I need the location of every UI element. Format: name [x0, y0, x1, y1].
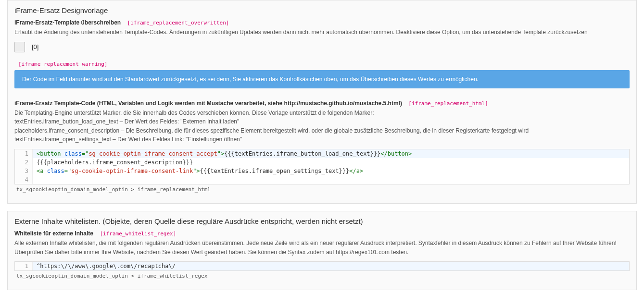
code-token: </button>	[380, 150, 412, 157]
field-overwrite-label: iFrame-Ersatz-Template überschreiben	[14, 19, 121, 26]
field-breadcrumb: tx_sgcookieoptin_domain_model_optin > if…	[16, 186, 630, 193]
line-number: 2	[15, 158, 33, 167]
line-number: 1	[15, 149, 33, 158]
line-number: 1	[15, 262, 33, 270]
section-title: Externe Inhalte whitelisten. (Objekte, d…	[14, 217, 630, 225]
warning-box: Der Code im Feld darunter wird auf den S…	[14, 70, 630, 88]
section-iframe-replacement: iFrame-Ersatz Designvorlage iFrame-Ersat…	[7, 0, 637, 204]
field-whitelist-label: Whiteliste für externe Inhalte	[14, 230, 93, 237]
editor-line[interactable]: 3 <a class="sg-cookie-optin-iframe-conse…	[15, 167, 629, 175]
field-overwrite: iFrame-Ersatz-Template überschreiben [if…	[14, 19, 630, 52]
code-token: ^https:\/\/www\.google\.com\/recaptcha\/	[37, 263, 176, 269]
overwrite-checkbox-value: [0]	[32, 43, 38, 50]
field-whitelist-help: Alle externen Inhalte whitelisten, die m…	[14, 239, 630, 257]
editor-line[interactable]: 1 <button class="sg-cookie-optin-iframe-…	[15, 149, 629, 158]
whitelist-code-editor[interactable]: 1 ^https:\/\/www\.google\.com\/recaptcha…	[14, 261, 630, 271]
code-token: ="	[82, 150, 88, 157]
help-line: textEntries.iframe_button_load_one_text …	[14, 118, 239, 125]
line-number: 3	[15, 167, 33, 175]
template-code-editor[interactable]: 1 <button class="sg-cookie-optin-iframe-…	[14, 149, 630, 184]
field-whitelist-regex: Whiteliste für externe Inhalte [iframe_w…	[14, 230, 630, 279]
field-template-label: iFrame-Ersatz Template-Code (HTML, Varia…	[14, 100, 402, 107]
code-token: </a>	[349, 168, 363, 174]
code-token: ">	[217, 150, 224, 157]
page-root: iFrame-Ersatz Designvorlage iFrame-Ersat…	[0, 0, 644, 306]
code-token: {{{textEntries.iframe_open_settings_text…	[200, 168, 350, 174]
code-token: {{{textEntries.iframe_button_load_one_te…	[224, 150, 380, 157]
editor-line[interactable]: 1 ^https:\/\/www\.google\.com\/recaptcha…	[15, 262, 629, 270]
overwrite-checkbox[interactable]	[14, 42, 25, 52]
field-template-help: Die Templating-Engine unterstützt Marker…	[14, 109, 630, 144]
help-line: textEntries.iframe_open_settings_text – …	[14, 136, 242, 143]
code-token: class	[61, 150, 82, 157]
code-token: sg-cookie-optin-iframe-consent-link	[71, 168, 193, 174]
editor-line[interactable]: 4	[15, 175, 629, 184]
code-token: ">	[193, 168, 200, 174]
line-number: 4	[15, 175, 33, 184]
field-template-html: iFrame-Ersatz Template-Code (HTML, Varia…	[14, 100, 630, 193]
section-title: iFrame-Ersatz Designvorlage	[14, 6, 630, 14]
field-template-key: [iframe_replacement_html]	[408, 100, 488, 107]
help-line: placeholders.iframe_consent_description …	[14, 127, 529, 134]
help-line: Die Templating-Engine unterstützt Marker…	[14, 110, 374, 116]
code-token: <a	[37, 168, 43, 174]
field-breadcrumb: tx_sgcookieoptin_domain_model_optin > if…	[16, 273, 630, 279]
field-overwrite-key: [iframe_replacement_overwritten]	[127, 20, 229, 26]
code-token: {{{placeholders.iframe_consent_descripti…	[37, 159, 193, 166]
editor-line[interactable]: 2 {{{placeholders.iframe_consent_descrip…	[15, 158, 629, 167]
field-whitelist-key: [iframe_whitelist_regex]	[100, 231, 176, 237]
code-token: ="	[64, 168, 71, 174]
warning-key: [iframe_replacement_warning]	[18, 61, 630, 67]
code-token: <button	[37, 150, 61, 157]
code-token: class	[43, 168, 64, 174]
field-overwrite-help: Erlaubt die Änderung des untenstehenden …	[14, 28, 630, 37]
section-whitelist: Externe Inhalte whitelisten. (Objekte, d…	[7, 211, 637, 290]
code-token: sg-cookie-optin-iframe-consent-accept	[88, 150, 217, 157]
